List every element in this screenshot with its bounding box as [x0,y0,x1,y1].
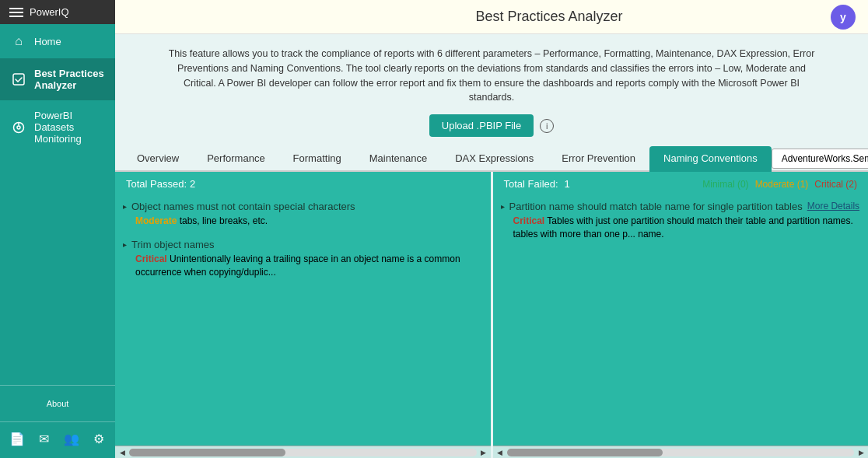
result-right-item-1-title: Partition name should match table name f… [509,201,803,212]
main-content: Best Practices Analyzer y This feature a… [115,0,868,458]
severity-critical-2: Critical [135,253,167,264]
scroll-right-arrow[interactable]: ▶ [478,447,489,458]
right-panel-header: Total Failed: 1 Minimal (0) Moderate (1)… [493,172,869,196]
description: This feature allows you to track the com… [115,34,868,114]
upload-row: Upload .PBIP File i [115,114,868,137]
arrow-icon-1: ▸ [123,202,127,211]
info-icon[interactable]: i [540,119,554,133]
list-item: ▸ Trim object names Critical Unintention… [123,239,483,279]
result-item-1-desc: Moderate tabs, line breaks, etc. [123,215,483,228]
scroll-right-arrow-right[interactable]: ▶ [856,447,866,458]
results-container: Total Passed: 2 ▸ Object names must not … [115,172,868,458]
scroll-left-arrow-right[interactable]: ◀ [495,447,506,458]
arrow-icon-right-1: ▸ [501,202,505,211]
result-item-2-title: Trim object names [131,239,214,250]
app-title: PowerIQ [30,6,69,18]
about-label: About [47,399,69,408]
home-icon: ⌂ [11,33,26,49]
badge-minimal: Minimal (0) [702,179,748,190]
people-icon[interactable]: 👥 [61,428,82,449]
scroll-thumb-right [507,449,663,456]
result-right-item-1-detail: Tables with just one partition should ma… [513,215,853,239]
user-avatar[interactable]: y [831,5,856,30]
scroll-left-arrow[interactable]: ◀ [117,447,128,458]
best-practices-icon [11,72,26,87]
sidebar-label-best-practices: Best Practices Analyzer [34,68,104,91]
sidebar-item-best-practices[interactable]: Best Practices Analyzer [0,58,115,100]
severity-moderate-1: Moderate [135,215,177,226]
sidebar-item-powerbi[interactable]: PowerBI Datasets Monitoring [0,100,115,154]
sidebar-bottom: About [0,385,115,421]
total-passed-label: Total Passed: [126,178,187,190]
result-item-2-detail: Unintentionally leaving a trailing space… [135,253,460,278]
tab-error-prevention[interactable]: Error Prevention [548,146,649,172]
result-title-2: ▸ Trim object names [123,239,483,250]
tab-overview[interactable]: Overview [123,146,193,172]
right-scrollbar[interactable]: ◀ ▶ [493,446,869,458]
right-panel-content: ▸ Partition name should match table name… [493,196,869,446]
sidebar-nav: ⌂ Home Best Practices Analyzer PowerBI D… [0,24,115,385]
scroll-track-right[interactable] [507,449,855,456]
result-right-item-1-desc: Critical Tables with just one partition … [501,215,861,241]
result-item-1-detail: tabs, line breaks, etc. [180,215,268,226]
sidebar: PowerIQ ⌂ Home Best Practices Analyzer [0,0,115,458]
settings-icon[interactable]: ⚙ [89,428,109,449]
left-panel-header: Total Passed: 2 [115,172,491,196]
tab-dax-expressions[interactable]: DAX Expressions [441,146,548,172]
more-details-link[interactable]: More Details [807,201,859,212]
total-passed-value: 2 [190,178,195,190]
upload-button[interactable]: Upload .PBIP File [429,114,534,137]
scroll-track-left[interactable] [129,449,477,456]
result-title-1: ▸ Object names must not contain special … [123,201,483,212]
content-area: This feature allows you to track the com… [115,34,868,458]
result-item-2-desc: Critical Unintentionally leaving a trail… [123,253,483,279]
sidebar-label-home: Home [34,36,61,47]
powerbi-icon [11,120,26,135]
tab-naming-conventions[interactable]: Naming Conventions [649,146,772,172]
sidebar-label-powerbi: PowerBI Datasets Monitoring [34,110,104,145]
svg-rect-0 [13,74,24,85]
total-failed-value: 1 [565,178,570,190]
model-select[interactable]: AdventureWorks.SemanticModel [772,149,868,169]
badge-moderate: Moderate (1) [755,179,809,190]
tabs-bar: Overview Performance Formatting Maintena… [115,146,868,172]
document-icon[interactable]: 📄 [7,428,27,449]
scroll-thumb-left [129,449,285,456]
bottom-icons-row: 📄 ✉ 👥 ⚙ [0,421,115,458]
svg-point-2 [17,126,20,129]
app-header: PowerIQ [0,0,115,24]
severity-critical-right-1: Critical [513,215,545,226]
page-title: Best Practices Analyzer [475,9,622,25]
email-icon[interactable]: ✉ [34,428,54,449]
header: Best Practices Analyzer y [115,0,868,34]
total-failed-label: Total Failed: [504,178,558,190]
arrow-icon-2: ▸ [123,240,127,249]
left-scrollbar[interactable]: ◀ ▶ [115,446,491,458]
left-panel: Total Passed: 2 ▸ Object names must not … [115,172,491,458]
right-panel: Total Failed: 1 Minimal (0) Moderate (1)… [493,172,869,458]
tab-maintenance[interactable]: Maintenance [355,146,441,172]
result-item-1-title: Object names must not contain special ch… [131,201,355,212]
tab-formatting[interactable]: Formatting [279,146,355,172]
list-item: ▸ Partition name should match table name… [501,201,861,241]
hamburger-icon[interactable] [9,8,23,17]
sidebar-item-home[interactable]: ⌂ Home [0,24,115,58]
list-item: ▸ Object names must not contain special … [123,201,483,228]
badge-critical: Critical (2) [814,179,857,190]
tab-performance[interactable]: Performance [193,146,278,172]
about-icon[interactable]: About [47,393,68,414]
left-panel-content: ▸ Object names must not contain special … [115,196,491,446]
result-right-title-1: ▸ Partition name should match table name… [501,201,861,212]
